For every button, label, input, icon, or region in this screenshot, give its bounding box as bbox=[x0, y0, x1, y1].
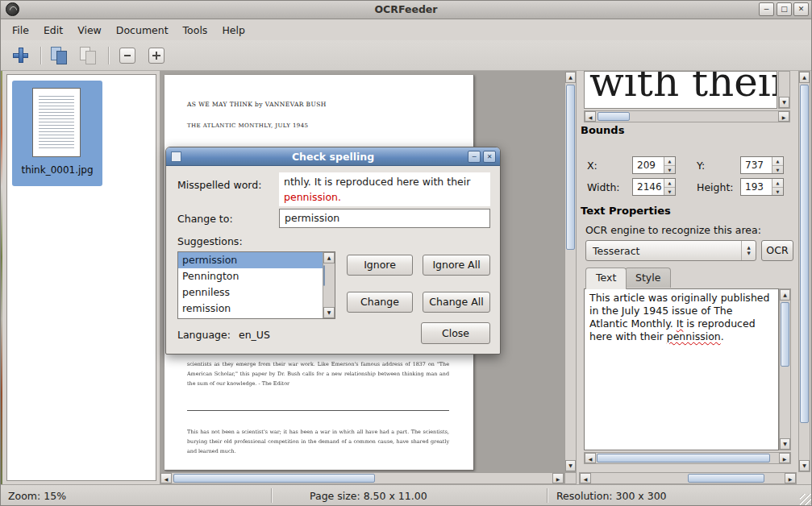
misspelled-word-red: pennission. bbox=[284, 189, 485, 205]
ignore-button[interactable]: Ignore bbox=[347, 255, 413, 276]
minimize-button[interactable]: − bbox=[759, 2, 774, 16]
x-value[interactable]: 209 bbox=[633, 157, 664, 173]
text-segment: . bbox=[721, 330, 724, 342]
change-to-input[interactable]: permission bbox=[279, 209, 490, 228]
dialog-minimize-button[interactable]: − bbox=[468, 151, 481, 163]
width-value[interactable]: 2146 bbox=[633, 179, 664, 195]
menu-file[interactable]: File bbox=[5, 21, 36, 39]
scroll-thumb[interactable] bbox=[173, 474, 375, 483]
suggestions-list[interactable]: permission Pennington penniless remissio… bbox=[177, 251, 335, 319]
pages-icon bbox=[56, 51, 67, 64]
spin-arrows[interactable]: ▲▼ bbox=[772, 157, 783, 173]
center-vertical-scrollbar[interactable]: ▲ ▼ bbox=[564, 71, 577, 472]
menu-help[interactable]: Help bbox=[214, 21, 252, 39]
preview-vertical-scrollbar[interactable]: ▼ bbox=[778, 71, 790, 109]
scroll-up-icon[interactable]: ▲ bbox=[780, 289, 790, 301]
scroll-thumb[interactable] bbox=[323, 265, 325, 286]
zoom-out-button[interactable] bbox=[116, 44, 140, 67]
selected-area-preview[interactable]: with their pennission. bbox=[584, 71, 777, 109]
scroll-down-icon[interactable]: ▼ bbox=[799, 460, 810, 471]
zoom-fit-button[interactable] bbox=[145, 44, 169, 67]
scroll-right-icon[interactable]: ▶ bbox=[785, 473, 796, 483]
change-all-button[interactable]: Change All bbox=[423, 292, 490, 313]
scrollbar-corner bbox=[564, 472, 577, 484]
suggestions-scrollbar[interactable]: ▲ ▼ bbox=[323, 252, 335, 318]
add-image-button[interactable] bbox=[10, 44, 34, 67]
scroll-down-icon[interactable]: ▼ bbox=[779, 97, 789, 108]
close-button[interactable]: ✕ bbox=[793, 2, 809, 16]
scroll-trough[interactable] bbox=[780, 301, 790, 438]
menu-view[interactable]: View bbox=[70, 21, 109, 39]
suggestion-item[interactable]: Pennington bbox=[178, 268, 323, 284]
close-dialog-button[interactable]: Close bbox=[421, 322, 490, 344]
scroll-down-icon[interactable]: ▼ bbox=[323, 307, 335, 318]
scroll-thumb[interactable] bbox=[566, 85, 575, 250]
suggestion-item[interactable]: permission bbox=[178, 252, 323, 268]
panel-vertical-scrollbar[interactable]: ▲ ▼ bbox=[798, 71, 810, 472]
scroll-trough[interactable] bbox=[596, 111, 778, 122]
x-spinbox[interactable]: 209 ▲▼ bbox=[632, 156, 676, 174]
resize-grip[interactable] bbox=[800, 494, 811, 505]
scroll-thumb[interactable] bbox=[598, 112, 630, 121]
dialog-close-button[interactable]: ✕ bbox=[483, 151, 496, 163]
change-button[interactable]: Change bbox=[347, 292, 413, 313]
height-value[interactable]: 193 bbox=[741, 179, 772, 195]
scroll-trough[interactable] bbox=[172, 473, 552, 483]
scroll-left-icon[interactable]: ◀ bbox=[585, 111, 596, 122]
scroll-left-icon[interactable]: ◀ bbox=[160, 473, 172, 483]
spin-up-icon: ▲ bbox=[772, 179, 783, 188]
dialog-titlebar[interactable]: Check spelling − ✕ bbox=[166, 147, 500, 166]
scroll-trough[interactable] bbox=[596, 453, 779, 463]
scroll-right-icon[interactable]: ▶ bbox=[552, 473, 564, 483]
scroll-trough[interactable] bbox=[591, 473, 785, 483]
tab-text[interactable]: Text bbox=[585, 268, 627, 289]
preview-horizontal-scrollbar[interactable]: ◀ ▶ bbox=[584, 110, 790, 122]
scroll-up-icon[interactable]: ▲ bbox=[799, 72, 810, 83]
scroll-right-icon[interactable]: ▶ bbox=[779, 453, 790, 463]
recognized-text-area[interactable]: This article was originally published in… bbox=[584, 288, 779, 450]
menu-tools[interactable]: Tools bbox=[176, 21, 215, 39]
suggestion-item[interactable]: penniless bbox=[178, 284, 323, 301]
panel-horizontal-scrollbar[interactable]: ◀ ▶ bbox=[579, 472, 797, 484]
scroll-thumb[interactable] bbox=[781, 302, 789, 367]
scroll-right-icon[interactable]: ▶ bbox=[778, 111, 789, 122]
spin-arrows[interactable]: ▲▼ bbox=[664, 179, 675, 195]
ignore-all-button[interactable]: Ignore All bbox=[423, 255, 490, 276]
page-thumbnail-item[interactable]: think_0001.jpg bbox=[12, 81, 102, 186]
scroll-down-icon[interactable]: ▼ bbox=[565, 460, 576, 471]
export-document-button[interactable] bbox=[77, 44, 102, 67]
ocr-button[interactable]: OCR bbox=[761, 240, 793, 261]
scroll-trough[interactable] bbox=[565, 83, 576, 460]
scroll-up-icon[interactable]: ▲ bbox=[323, 252, 335, 263]
center-horizontal-scrollbar[interactable]: ◀ ▶ bbox=[160, 472, 564, 484]
y-value[interactable]: 737 bbox=[741, 157, 772, 173]
scroll-left-icon[interactable]: ◀ bbox=[580, 473, 591, 483]
menu-edit[interactable]: Edit bbox=[36, 21, 70, 39]
maximize-button[interactable]: □ bbox=[777, 2, 792, 16]
toolbar bbox=[0, 40, 812, 71]
scroll-trough[interactable] bbox=[323, 263, 335, 307]
spin-arrows[interactable]: ▲▼ bbox=[664, 157, 675, 173]
textarea-horizontal-scrollbar[interactable]: ◀ ▶ bbox=[584, 452, 791, 464]
scroll-trough[interactable] bbox=[799, 83, 810, 460]
spin-arrows[interactable]: ▲▼ bbox=[772, 179, 783, 195]
scroll-trough[interactable] bbox=[779, 72, 789, 97]
width-spinbox[interactable]: 2146 ▲▼ bbox=[632, 178, 676, 196]
menu-document[interactable]: Document bbox=[109, 21, 176, 39]
scroll-down-icon[interactable]: ▼ bbox=[780, 438, 790, 450]
ocr-engine-combobox[interactable]: Tesseract ▲▼ bbox=[585, 240, 756, 261]
add-plus-icon bbox=[19, 48, 23, 63]
suggestions-label: Suggestions: bbox=[177, 235, 243, 247]
tab-style[interactable]: Style bbox=[625, 268, 671, 288]
scroll-thumb[interactable] bbox=[597, 454, 770, 462]
y-spinbox[interactable]: 737 ▲▼ bbox=[740, 156, 784, 174]
textarea-vertical-scrollbar[interactable]: ▲ ▼ bbox=[779, 288, 791, 450]
scroll-thumb[interactable] bbox=[800, 85, 809, 423]
scroll-thumb[interactable] bbox=[688, 474, 764, 483]
combo-arrows-icon[interactable]: ▲▼ bbox=[741, 241, 756, 260]
scroll-left-icon[interactable]: ◀ bbox=[585, 453, 596, 463]
suggestion-item[interactable]: remission bbox=[178, 301, 323, 317]
height-spinbox[interactable]: 193 ▲▼ bbox=[740, 178, 784, 196]
recognize-pages-button[interactable] bbox=[48, 44, 73, 67]
scroll-up-icon[interactable]: ▲ bbox=[565, 72, 576, 83]
